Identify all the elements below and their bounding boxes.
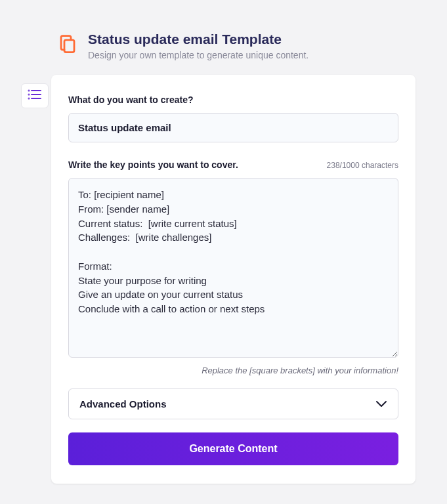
copy-icon: [58, 34, 77, 54]
keypoints-label: Write the key points you want to cover.: [68, 159, 238, 170]
list-icon: [28, 89, 42, 103]
page-title: Status update email Template: [88, 32, 309, 47]
generate-content-button[interactable]: Generate Content: [68, 432, 398, 465]
create-label: What do you want to create?: [68, 94, 398, 105]
char-count: 238/1000 characters: [327, 161, 398, 170]
page-header: Status update email Template Design your…: [0, 0, 447, 60]
advanced-options-label: Advanced Options: [79, 398, 167, 410]
create-input[interactable]: [68, 113, 398, 142]
sidebar-toggle-button[interactable]: [21, 83, 49, 108]
chevron-down-icon: [375, 398, 387, 410]
svg-point-1: [29, 91, 30, 91]
svg-rect-0: [64, 40, 74, 52]
svg-point-5: [29, 98, 30, 99]
keypoints-textarea[interactable]: [68, 178, 398, 358]
svg-point-3: [29, 94, 30, 95]
helper-text: Replace the [square brackets] with your …: [68, 366, 398, 375]
advanced-options-toggle[interactable]: Advanced Options: [68, 388, 398, 419]
template-form-card: What do you want to create? Write the ke…: [51, 75, 415, 484]
page-subtitle: Design your own template to generate uni…: [88, 50, 309, 60]
